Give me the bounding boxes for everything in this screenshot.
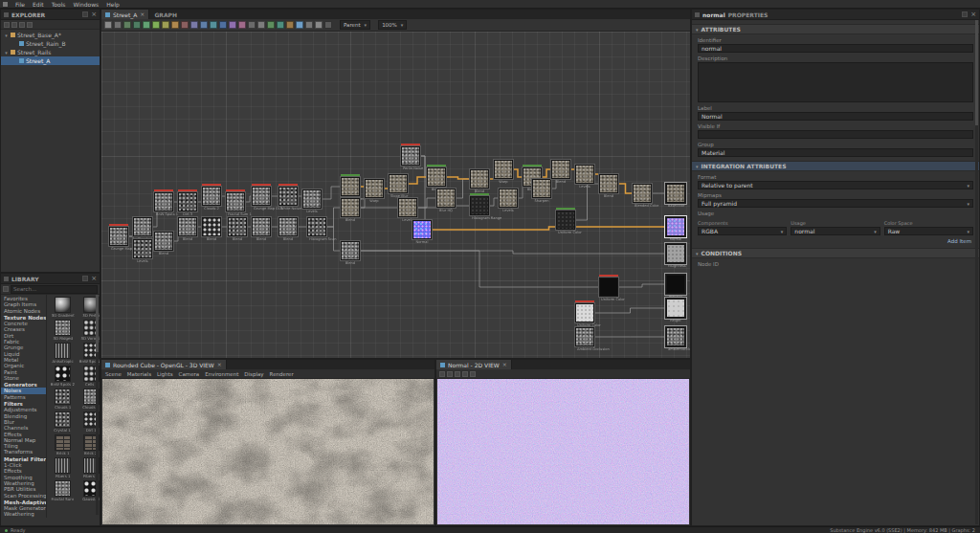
label-field[interactable]: Normal xyxy=(698,112,973,121)
mipmaps-dropdown[interactable]: Full pyramid▾ xyxy=(698,199,973,208)
filter-icon[interactable] xyxy=(27,22,33,28)
graph-node-blend-n11[interactable]: Blend xyxy=(228,217,247,242)
graph-node-blend-n19[interactable]: Blend xyxy=(341,198,360,223)
graph-node-fractal-sum-1-n10[interactable]: Fractal Sum 1 xyxy=(226,189,245,217)
menu-file[interactable]: File xyxy=(11,1,29,8)
usage-colorspace-dropdown[interactable]: Raw▾ xyxy=(884,227,973,235)
format-dropdown[interactable]: Relative to parent▾ xyxy=(698,181,973,189)
graph-tool-icon-22[interactable] xyxy=(305,21,313,29)
menu-windows[interactable]: Windows xyxy=(69,1,102,8)
expander-icon[interactable]: ▾ xyxy=(4,50,9,56)
graph-node-blend-n07[interactable]: Blend xyxy=(178,217,197,242)
close-icon[interactable]: × xyxy=(91,11,97,17)
section-conditions[interactable]: ▾ CONDITIONS xyxy=(692,248,979,258)
graph-node-blur-hq-n27[interactable]: Blur HQ xyxy=(436,189,456,213)
section-integration-attributes[interactable]: ▾ INTEGRATION ATTRIBUTES xyxy=(692,161,979,171)
graph-node-perlin-noise-n23[interactable]: Perlin Noise xyxy=(401,144,420,171)
library-category-transforms[interactable]: Transforms xyxy=(1,449,46,455)
graph-node-levels-n03[interactable]: Levels xyxy=(133,239,152,264)
graph-tool-icon-24[interactable] xyxy=(324,21,332,29)
library-scrollbar[interactable] xyxy=(96,295,99,515)
graph-node-normal-n25[interactable]: Normal xyxy=(412,220,432,245)
graph-node-grunge-map-005-n01[interactable]: Grunge Map 005 xyxy=(109,224,128,252)
graph-node-slope-blur-n22[interactable]: Slope Blur xyxy=(389,174,408,199)
graph-node-histogram-scan-n17[interactable]: Histogram Scan xyxy=(307,217,326,242)
graph-node-warp-n21[interactable]: Warp xyxy=(365,179,384,204)
group-field[interactable]: Material xyxy=(698,148,973,157)
graph-tool-icon-20[interactable] xyxy=(286,21,294,29)
menu-help[interactable]: Help xyxy=(102,1,123,8)
graph-tool-icon-7[interactable] xyxy=(162,21,169,29)
graph-tool-icon-21[interactable] xyxy=(296,21,303,29)
library-item-3d-ridged[interactable]: 3D Ridged xyxy=(49,320,77,341)
library-item-bnw-spots-2[interactable]: BnW Spots 2 xyxy=(49,366,77,387)
close-icon[interactable]: × xyxy=(217,362,222,367)
tab-street-a[interactable]: Street_A × xyxy=(101,10,149,19)
graph-node-levels-n16[interactable]: Levels xyxy=(302,189,322,214)
view-3d-menu-environment[interactable]: Environment xyxy=(205,371,238,377)
channels-icon[interactable] xyxy=(462,371,468,377)
visible-if-field[interactable] xyxy=(698,130,973,139)
menu-edit[interactable]: Edit xyxy=(29,1,48,8)
graph-tool-icon-16[interactable] xyxy=(248,21,256,29)
usage-components-dropdown[interactable]: RGBA▾ xyxy=(698,227,787,235)
new-package-icon[interactable] xyxy=(4,22,10,28)
view-3d-viewport[interactable] xyxy=(102,379,434,524)
library-category-patterns[interactable]: Patterns xyxy=(1,394,46,400)
graph-node-blended-color-n41[interactable]: Blended Color xyxy=(633,184,652,209)
graph-zoom-dropdown[interactable]: 100%▾ xyxy=(378,20,407,30)
section-attributes[interactable]: ▾ ATTRIBUTES xyxy=(692,24,979,34)
graph-node-levels-n36[interactable]: Levels xyxy=(575,165,594,189)
view-3d-menu-scene[interactable]: Scene xyxy=(105,371,122,377)
graph-tool-icon-23[interactable] xyxy=(315,21,323,29)
pin-icon[interactable] xyxy=(962,11,968,17)
view-3d-menu-display[interactable]: Display xyxy=(244,371,263,377)
graph-tool-icon-14[interactable] xyxy=(229,21,236,29)
graph-node-blend-n37[interactable]: Blend xyxy=(599,174,618,199)
graph-node-uniform-color-n38[interactable]: Uniform Color xyxy=(599,275,618,302)
graph-node-ambientocclusion-n47[interactable]: ambientocclusion xyxy=(666,327,685,352)
panel-menu-icon[interactable] xyxy=(82,11,88,17)
graph-tool-icon-5[interactable] xyxy=(143,21,150,29)
graph-tool-icon-8[interactable] xyxy=(171,21,179,29)
graph-node-metallic-n45[interactable]: metallic xyxy=(666,275,685,300)
tab-3d-view[interactable]: Rounded Cube - OpenGL - 3D VIEW × xyxy=(101,360,227,369)
graph-tool-icon-4[interactable] xyxy=(133,21,141,29)
library-item-anisotropic[interactable]: Anisotropic xyxy=(49,343,77,364)
graph-tool-icon-15[interactable] xyxy=(238,21,246,29)
graph-node-basecolor-n42[interactable]: basecolor xyxy=(666,184,685,209)
close-icon[interactable]: × xyxy=(502,362,507,367)
graph-node-blend-n13[interactable]: Blend xyxy=(252,217,271,242)
graph-node-uniform-color-n35[interactable]: Uniform Color xyxy=(556,208,575,235)
graph-tool-icon-19[interactable] xyxy=(277,21,284,29)
info-icon[interactable] xyxy=(470,371,476,377)
graph-tool-icon-13[interactable] xyxy=(219,21,227,29)
menu-tools[interactable]: Tools xyxy=(48,1,70,8)
graph-node-blend-n09[interactable]: Blend xyxy=(202,217,221,242)
tab-2d-view[interactable]: Normal - 2D VIEW × xyxy=(436,360,512,369)
library-category-scan-processing[interactable]: Scan Processing xyxy=(1,493,46,499)
library-item-clouds-1[interactable]: Clouds 1 xyxy=(49,389,77,410)
library-category-atomic-nodes[interactable]: Atomic Nodes xyxy=(1,308,46,314)
library-item-fractal-sum[interactable]: Fractal Sum xyxy=(49,480,77,501)
tiling-icon[interactable] xyxy=(455,371,460,377)
library-item-crystal-1[interactable]: Crystal 1 xyxy=(49,411,77,433)
graph-node-warp-n30[interactable]: Warp xyxy=(494,160,513,185)
zoom-fit-icon[interactable] xyxy=(447,371,453,377)
graph-node-ambient-occlusion-n40[interactable]: Ambient Occlusion xyxy=(575,327,594,352)
library-search-input[interactable] xyxy=(11,285,98,294)
usage-usage-dropdown[interactable]: normal▾ xyxy=(791,227,880,235)
graph-parent-dropdown[interactable]: Parent▾ xyxy=(340,20,370,30)
library-category-stone[interactable]: Stone xyxy=(1,375,46,381)
panel-menu-icon[interactable] xyxy=(82,276,88,281)
graph-node-height-n46[interactable]: height xyxy=(666,299,685,323)
close-icon[interactable]: × xyxy=(140,11,145,17)
graph-node-grunge-map-013-n12[interactable]: Grunge Map 013 xyxy=(252,184,271,211)
close-icon[interactable]: × xyxy=(970,11,976,17)
graph-node-blend-n20[interactable]: Blend xyxy=(341,241,360,266)
graph-node-roughness-n44[interactable]: roughness xyxy=(666,244,685,269)
graph-node-dirt-3-n06[interactable]: Dirt 3 xyxy=(178,189,197,217)
description-field[interactable] xyxy=(698,62,973,102)
expander-icon[interactable]: ▾ xyxy=(4,33,9,38)
properties-scrollbar[interactable] xyxy=(975,20,978,524)
